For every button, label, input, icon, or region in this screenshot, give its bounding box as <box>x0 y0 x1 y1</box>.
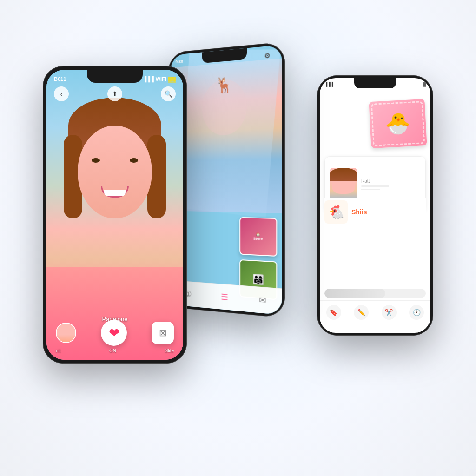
right-notch <box>354 78 396 88</box>
phone-main-screen: B611 ▐▐▐ WiFi ▓▓ ‹ ⬆ 🔍 Pageione <box>46 70 183 360</box>
scene: 9t€0 ⚙ 🦌 🏠Store 👨‍👩‍👧 <box>29 29 447 447</box>
bottom-labels: nit ON Slite <box>56 348 174 353</box>
edit-tool[interactable]: ✏️ <box>354 305 369 320</box>
profile-photo <box>330 168 357 200</box>
back-button[interactable]: ‹ <box>54 86 69 101</box>
close-icon: ⊠ <box>159 327 167 338</box>
label-center: ON <box>109 348 116 353</box>
right-signal: ▐▐▐ <box>324 82 333 86</box>
main-top-bar: ‹ ⬆ 🔍 <box>54 86 176 101</box>
chicken-sticker[interactable]: 🐔 <box>324 200 348 224</box>
cut-tool[interactable]: ✂️ <box>382 305 397 320</box>
heart-icon: ❤ <box>109 325 119 341</box>
user-avatar[interactable] <box>56 323 76 343</box>
main-bottom-bar: ❤ ⊠ <box>56 320 174 346</box>
close-button[interactable]: ⊠ <box>152 322 174 344</box>
search-button[interactable]: 🔍 <box>161 86 176 101</box>
battery-icon: ▓▓ <box>168 76 176 82</box>
bookmark-tool[interactable]: 🔖 <box>326 305 341 320</box>
phone-middle-screen: 9t€0 ⚙ 🦌 🏠Store 👨‍👩‍👧 <box>171 45 282 315</box>
right-battery: ▓ <box>423 82 426 86</box>
wifi-icon: WiFi <box>156 76 166 82</box>
middle-gear-icon[interactable]: ⚙ <box>264 52 270 60</box>
shits-label: Shiis <box>351 208 367 216</box>
middle-time: 9t€0 <box>176 59 183 64</box>
clock-tool[interactable]: 🕐 <box>409 305 424 320</box>
profile-name-label: Ratt <box>361 178 421 184</box>
label-left: nit <box>56 348 61 353</box>
phone-sticker: ▐▐▐ WiFi ▓ 🐣 Ratt <box>317 75 433 336</box>
nav-icon-2[interactable]: ☰ <box>221 291 228 302</box>
slider-fill <box>324 289 385 298</box>
heart-button[interactable]: ❤ <box>101 320 127 346</box>
chick-sticker-card[interactable]: 🐣 <box>369 99 427 148</box>
carrier-label: B611 <box>54 76 66 82</box>
sticker-panel: 🐣 Ratt <box>320 91 430 268</box>
nav-icon-3[interactable]: ✉ <box>259 295 266 306</box>
signal-icon: ▐▐▐ <box>143 76 153 82</box>
main-notch <box>87 70 143 83</box>
phone-sticker-screen: ▐▐▐ WiFi ▓ 🐣 Ratt <box>320 78 430 333</box>
phone-main: B611 ▐▐▐ WiFi ▓▓ ‹ ⬆ 🔍 Pageione <box>43 66 187 364</box>
sticker-row: 🐔 Shiis <box>324 198 426 226</box>
upload-button[interactable]: ⬆ <box>107 86 122 101</box>
profile-info: Ratt <box>361 178 421 190</box>
chick-emoji: 🐣 <box>384 111 411 137</box>
label-right: Slite <box>165 348 174 353</box>
tool-bar: 🔖 ✏️ ✂️ 🕐 <box>320 300 430 324</box>
slider-control[interactable] <box>324 289 426 298</box>
inset-photo-1: 🏠Store <box>239 217 277 257</box>
deer-hat-sticker: 🦌 <box>215 76 233 95</box>
